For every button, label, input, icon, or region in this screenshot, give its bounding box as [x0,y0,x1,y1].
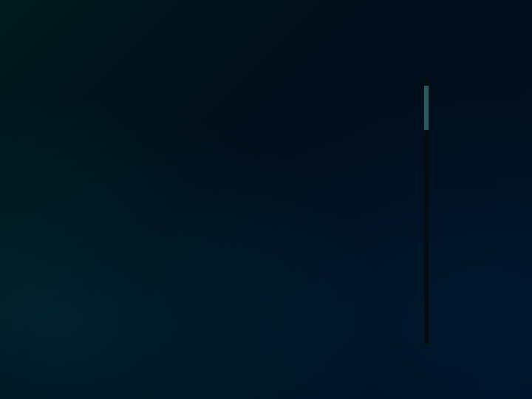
scrollbar-thumb[interactable] [424,86,429,130]
scrollbar[interactable] [424,78,429,344]
